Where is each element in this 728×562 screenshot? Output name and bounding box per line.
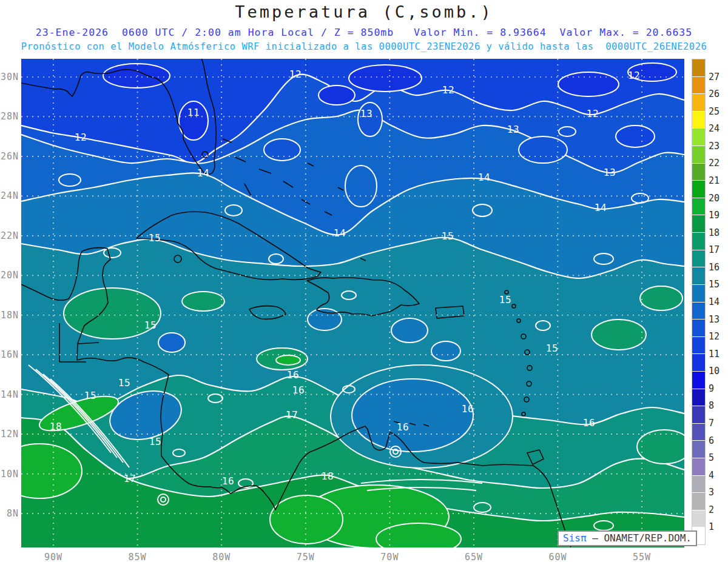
contour-value-label: 12 <box>587 108 599 119</box>
subtitle-validtime: 23-Ene-2026 0600 UTC / 2:00 am Hora Loca… <box>0 27 728 38</box>
temperature-blob <box>64 288 161 339</box>
colorbar-tick-label: 23 <box>709 141 720 152</box>
colorbar-tick-label: 12 <box>709 331 720 342</box>
colorbar-cell <box>692 354 705 371</box>
temperature-blob <box>264 139 300 161</box>
contour-value-label: 11 <box>187 107 200 118</box>
temperature-blob <box>345 166 377 207</box>
contour-value-label: 17 <box>286 409 298 421</box>
colorbar-cell <box>692 458 705 475</box>
temperature-blob <box>558 72 619 96</box>
lon-tick-label: 65W <box>459 552 489 562</box>
contour-value-label: 12 <box>442 84 454 96</box>
colorbar-cell <box>692 59 705 76</box>
colorbar-cell <box>692 441 705 458</box>
temperature-blob <box>318 85 355 105</box>
colorbar-cell <box>692 319 705 336</box>
temperature-blob <box>519 136 567 163</box>
colorbar-tick-label: 10 <box>709 366 720 376</box>
weather-chart-page: Temperatura (C,somb.) 23-Ene-2026 0600 U… <box>0 0 728 562</box>
colorbar-tick-label: 21 <box>709 175 720 186</box>
colorbar-tick-label: 14 <box>709 296 720 307</box>
colorbar-tick-label: 22 <box>709 158 720 169</box>
temperature-blob <box>103 64 170 88</box>
contour-value-label: 15 <box>84 390 96 401</box>
contour-value-label: 15 <box>546 343 558 354</box>
contour-value-label: 15 <box>442 230 454 242</box>
colorbar-tick-label: 24 <box>709 123 720 134</box>
colorbar-tick-label: 2 <box>709 504 714 515</box>
colorbar-tick-label: 16 <box>709 262 720 273</box>
lat-tick-label: 18N <box>0 310 19 321</box>
temperature-blob <box>352 379 473 452</box>
contour-value-label: 15 <box>149 232 161 244</box>
colorbar-tick-label: 5 <box>709 452 714 463</box>
contour-value-label: 15 <box>499 294 511 306</box>
colorbar-cell <box>692 389 705 406</box>
colorbar-cell <box>692 493 705 510</box>
lat-tick-label: 10N <box>0 469 19 480</box>
temperature-blob <box>270 495 343 544</box>
contour-value-label: 17 <box>124 473 136 484</box>
contour-value-label: 16 <box>287 369 299 381</box>
colorbar-tick-label: 4 <box>709 470 714 481</box>
colorbar-tick-label: 3 <box>709 487 714 498</box>
lat-tick-label: 20N <box>0 270 19 281</box>
page-title: Temperatura (C,somb.) <box>0 2 728 21</box>
colorbar-cell <box>692 337 705 354</box>
contour-value-label: 12 <box>75 132 87 143</box>
lon-tick-label: 85W <box>123 552 153 562</box>
lon-tick-label: 60W <box>542 552 573 562</box>
colorbar-tick-label: 17 <box>709 244 720 255</box>
colorbar-cell <box>692 215 705 232</box>
colorbar-cell <box>692 94 705 111</box>
contour-value-label: 13 <box>507 124 519 135</box>
colorbar-cell <box>692 129 705 146</box>
lon-tick-label: 90W <box>38 552 69 562</box>
contour-value-label: 14 <box>334 227 346 239</box>
contour-value-label: 12 <box>628 70 640 81</box>
temperature-blob <box>349 65 422 92</box>
temperature-blob <box>276 355 300 365</box>
lat-tick-label: 24N <box>0 190 19 201</box>
contour-value-label: 16 <box>292 384 305 396</box>
lat-tick-label: 30N <box>0 72 19 82</box>
colorbar-tick-label: 19 <box>709 210 720 221</box>
temperature-blob <box>158 333 185 352</box>
colorbar-cell <box>692 250 705 267</box>
contour-value-label: 18 <box>322 470 334 482</box>
contour-value-label: 12 <box>289 69 302 80</box>
contour-value-label: 15 <box>118 377 130 389</box>
lat-tick-label: 8N <box>0 508 19 519</box>
lat-tick-label: 28N <box>0 111 19 122</box>
colorbar-tick-label: 13 <box>709 314 720 325</box>
colorbar-tick-label: 11 <box>709 349 720 360</box>
lon-tick-label: 70W <box>374 552 405 562</box>
lat-tick-label: 22N <box>0 230 19 241</box>
colorbar-cell <box>692 267 705 284</box>
temperature-blob <box>391 318 428 343</box>
lon-tick-label: 75W <box>291 552 321 562</box>
colorbar-cell <box>692 476 705 493</box>
colorbar-cell <box>692 510 705 527</box>
colorbar-tick-label: 26 <box>709 89 720 99</box>
contour-value-label: 15 <box>149 436 161 447</box>
lat-tick-label: 14N <box>0 389 19 400</box>
colorbar-tick-label: 6 <box>709 435 714 446</box>
contour-value-label: 16 <box>583 417 595 429</box>
lat-tick-label: 26N <box>0 151 19 162</box>
colorbar-cell <box>692 198 705 215</box>
temperature-blob <box>431 341 460 361</box>
lon-tick-label: 80W <box>206 552 237 562</box>
contour-value-label: 14 <box>478 172 490 183</box>
colorbar-cell <box>692 285 705 302</box>
colorbar-cell <box>692 406 705 423</box>
colorbar-tick-label: 18 <box>709 227 720 238</box>
temperature-blob <box>308 309 342 330</box>
contour-value-label: 13 <box>360 108 372 119</box>
colorbar-cell <box>692 372 705 389</box>
contour-value-label: 14 <box>197 167 209 179</box>
colorbar-tick-label: 20 <box>709 193 720 204</box>
contour-value-label: 16 <box>462 403 474 415</box>
colorbar-tick-label: 15 <box>709 279 720 290</box>
